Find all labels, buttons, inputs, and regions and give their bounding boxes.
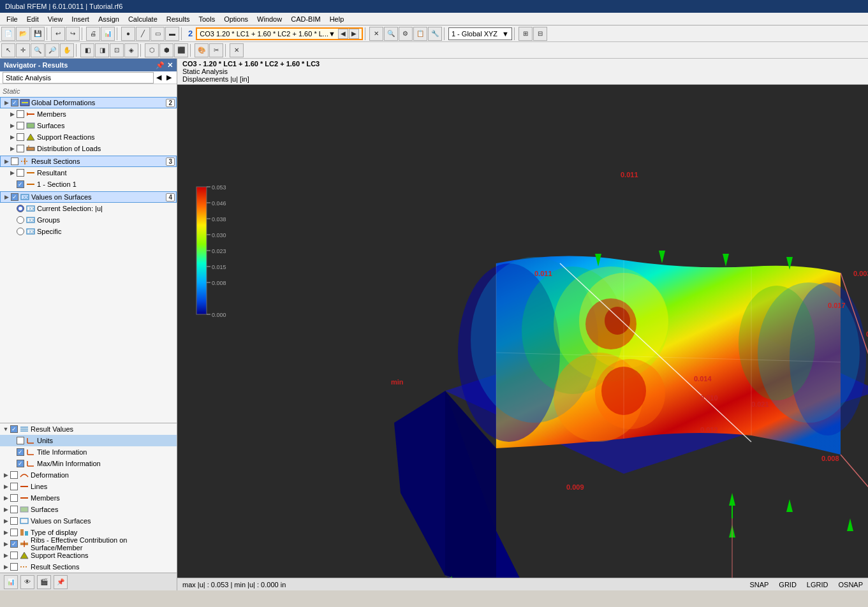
- btn-filter5[interactable]: 🔧: [428, 27, 442, 41]
- load-case-combo[interactable]: CO3 1.20 * LC1 + 1.60 * LC2 + 1.60 * L..…: [196, 27, 363, 40]
- canvas-area[interactable]: 0.011 0.011 0.003 0.017 0.015 0.028 0.00…: [177, 85, 868, 578]
- btn-section-result[interactable]: ✂: [209, 43, 223, 57]
- btn-redo[interactable]: ↪: [66, 27, 80, 41]
- toggle-values-surfaces[interactable]: ▶: [3, 194, 10, 200]
- check-dist-loads[interactable]: [17, 145, 24, 152]
- btn-undo[interactable]: ↩: [51, 27, 65, 41]
- btn-zoom-out[interactable]: 🔎: [45, 43, 59, 57]
- btn-3d[interactable]: ◈: [124, 43, 138, 57]
- tree-values-surfaces-rv[interactable]: ▶ Values on Surfaces: [0, 515, 177, 527]
- toggle-surfaces-rv[interactable]: ▶: [3, 506, 9, 513]
- btn-filter3[interactable]: ⚙: [399, 27, 413, 41]
- status-osnap[interactable]: OSNAP: [838, 581, 863, 589]
- tree-support-reactions-rv[interactable]: ▶ Support Reactions: [0, 550, 177, 561]
- tree-members-rv[interactable]: ▶ Members: [0, 492, 177, 504]
- toggle-type-display[interactable]: ▶: [3, 529, 9, 536]
- analysis-selector[interactable]: Static Analysis ◀ ▶: [0, 71, 177, 84]
- check-values-surfaces[interactable]: [11, 193, 18, 201]
- toggle-resultant[interactable]: ▶: [9, 170, 15, 176]
- btn-export[interactable]: 📊: [101, 27, 115, 41]
- check-result-values[interactable]: [10, 425, 18, 433]
- menu-edit[interactable]: Edit: [23, 15, 43, 24]
- btn-solids[interactable]: ▬: [165, 27, 179, 41]
- xyz-combo[interactable]: 1 - Global XYZ ▼: [448, 27, 512, 40]
- toggle-members-rv[interactable]: ▶: [3, 495, 9, 501]
- btn-rendered[interactable]: ⬛: [174, 43, 188, 57]
- btn-filter4[interactable]: 📋: [413, 27, 427, 41]
- btn-wireframe[interactable]: ⬡: [145, 43, 159, 57]
- toggle-ribs[interactable]: ▶: [3, 541, 9, 547]
- tree-global-deformations[interactable]: ▶ Global Deformations 2: [0, 97, 177, 108]
- status-snap[interactable]: SNAP: [749, 581, 769, 589]
- tree-maxmin-info[interactable]: Max/Min Information: [0, 458, 177, 469]
- menu-window[interactable]: Window: [253, 15, 286, 24]
- check-global-def[interactable]: [11, 99, 18, 106]
- btn-filter1[interactable]: ✕: [369, 27, 383, 41]
- tree-current-selection[interactable]: XX Current Selection: |u|: [0, 203, 177, 214]
- btn-bottom-3[interactable]: 🎬: [37, 575, 51, 589]
- check-surfaces[interactable]: [17, 122, 24, 129]
- menu-results[interactable]: Results: [163, 15, 194, 24]
- tree-section-1[interactable]: 1 - Section 1: [0, 179, 177, 190]
- tree-surfaces[interactable]: ▶ Surfaces: [0, 120, 177, 131]
- tree-values-surfaces[interactable]: ▶ XX Values on Surfaces 4: [0, 191, 177, 203]
- btn-view2[interactable]: ⊟: [533, 27, 547, 41]
- combo-prev[interactable]: ◀: [338, 29, 348, 39]
- menu-options[interactable]: Options: [220, 15, 252, 24]
- btn-front[interactable]: ◧: [80, 43, 94, 57]
- check-members-rv[interactable]: [10, 494, 18, 502]
- status-lgrid[interactable]: LGRID: [807, 581, 828, 589]
- btn-color[interactable]: 🎨: [195, 43, 209, 57]
- btn-print[interactable]: 🖨: [86, 27, 100, 41]
- menu-help[interactable]: Help: [326, 15, 348, 24]
- btn-save[interactable]: 💾: [31, 27, 45, 41]
- tree-result-sections[interactable]: ▶ Result Sections 3: [0, 156, 177, 167]
- btn-solid[interactable]: ⬢: [159, 43, 173, 57]
- menu-cadbim[interactable]: CAD-BIM: [287, 15, 324, 24]
- btn-zoom-in[interactable]: 🔍: [31, 43, 45, 57]
- btn-nodes[interactable]: ●: [121, 27, 135, 41]
- tree-distribution-loads[interactable]: ▶ Distribution of Loads: [0, 143, 177, 154]
- check-support-reactions-rv[interactable]: [10, 552, 18, 559]
- btn-move[interactable]: ✛: [16, 43, 30, 57]
- check-units[interactable]: [17, 437, 24, 444]
- nav-close[interactable]: ✕: [167, 61, 173, 69]
- menu-file[interactable]: File: [3, 15, 22, 24]
- check-support-reactions[interactable]: [17, 133, 24, 141]
- tree-result-sections-rv[interactable]: ▶ Result Sections: [0, 561, 177, 573]
- btn-close-result[interactable]: ✕: [230, 43, 244, 57]
- nav-pin[interactable]: 📌: [156, 61, 165, 69]
- status-grid[interactable]: GRID: [779, 581, 797, 589]
- check-maxmin-info[interactable]: [17, 460, 24, 467]
- radio-current-sel[interactable]: [17, 205, 24, 212]
- btn-filter2[interactable]: 🔍: [384, 27, 398, 41]
- check-members[interactable]: [17, 110, 24, 118]
- btn-surfaces[interactable]: ▭: [151, 27, 165, 41]
- btn-open[interactable]: 📂: [16, 27, 30, 41]
- toggle-result-values[interactable]: ▼: [3, 426, 9, 432]
- toggle-result-sections-rv[interactable]: ▶: [3, 564, 9, 570]
- toggle-lines[interactable]: ▶: [3, 483, 9, 490]
- toggle-global-def[interactable]: ▶: [3, 99, 10, 106]
- analysis-next[interactable]: ▶: [164, 73, 174, 82]
- menu-calculate[interactable]: Calculate: [124, 15, 161, 24]
- analysis-prev[interactable]: ◀: [154, 73, 164, 82]
- toggle-members[interactable]: ▶: [9, 111, 15, 117]
- viewport[interactable]: 0.011 0.011 0.003 0.017 0.015 0.028 0.00…: [177, 85, 868, 578]
- btn-top[interactable]: ⊡: [110, 43, 124, 57]
- btn-bottom-1[interactable]: 📊: [4, 575, 18, 589]
- tree-members[interactable]: ▶ Members: [0, 108, 177, 120]
- check-result-sections-rv[interactable]: [10, 563, 18, 571]
- tree-surfaces-rv[interactable]: ▶ Surfaces: [0, 504, 177, 515]
- check-surfaces-rv[interactable]: [10, 506, 18, 513]
- check-result-sections[interactable]: [11, 157, 18, 165]
- check-title-info[interactable]: [17, 448, 24, 456]
- toggle-support-reactions[interactable]: ▶: [9, 134, 15, 140]
- tree-result-values[interactable]: ▼ Result Values: [0, 423, 177, 435]
- toggle-values-surfaces-rv[interactable]: ▶: [3, 518, 9, 524]
- toggle-support-reactions-rv[interactable]: ▶: [3, 552, 9, 559]
- check-type-display[interactable]: [10, 529, 18, 536]
- menu-assign[interactable]: Assign: [94, 15, 123, 24]
- check-ribs[interactable]: [10, 540, 18, 548]
- btn-pan[interactable]: ✋: [60, 43, 74, 57]
